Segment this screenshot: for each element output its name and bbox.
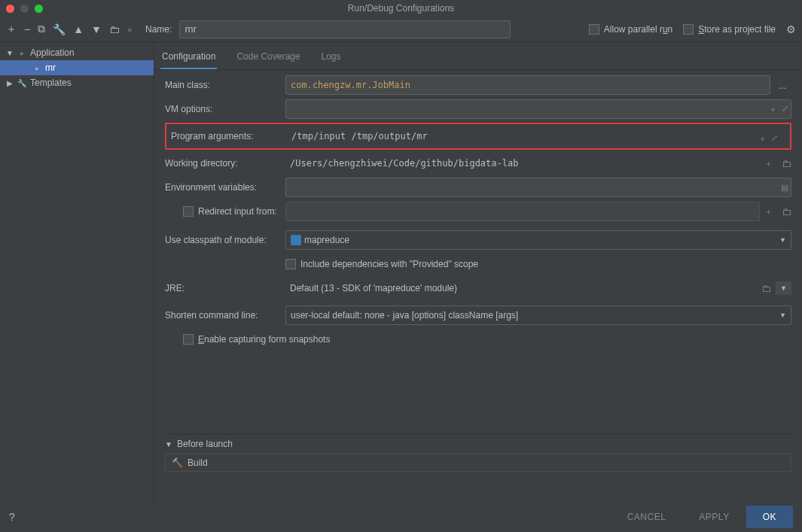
cancel-button[interactable]: CANCEL bbox=[611, 506, 683, 528]
jre-label: JRE: bbox=[165, 283, 285, 293]
chevron-down-icon: ▼ bbox=[779, 236, 786, 244]
vm-options-input[interactable] bbox=[285, 99, 791, 119]
allow-parallel-check[interactable]: Allow parallel run bbox=[589, 24, 672, 35]
toolbar: ＋ − ⧉ 🔧 ▲ ▼ 🗀 » Name: Allow parallel run… bbox=[0, 17, 802, 42]
tabs: Configuration Code Coverage Logs bbox=[154, 42, 802, 70]
minimize-window-icon[interactable] bbox=[20, 5, 29, 13]
folder-icon[interactable]: 🗀 bbox=[109, 23, 120, 35]
application-icon: ▸ bbox=[17, 47, 27, 58]
window-controls bbox=[6, 5, 43, 13]
run-config-icon: ▸ bbox=[32, 62, 42, 73]
more-icon[interactable]: » bbox=[127, 25, 132, 34]
redirect-input-label: Redirect input from: bbox=[165, 206, 285, 217]
program-args-input[interactable] bbox=[287, 126, 787, 146]
row-program-args: Program arguments: bbox=[166, 124, 790, 148]
store-project-check[interactable]: Store as project file bbox=[683, 24, 776, 35]
templates-label: Templates bbox=[30, 78, 72, 88]
expand-icon[interactable]: ⤢ bbox=[771, 133, 778, 144]
folder-open-icon[interactable]: 🗀 bbox=[782, 158, 791, 169]
working-dir-label: Working directory: bbox=[165, 158, 285, 169]
chevron-down-icon[interactable]: ▼ bbox=[165, 440, 172, 448]
snapshots-checkbox[interactable] bbox=[183, 334, 194, 345]
redirect-checkbox[interactable] bbox=[183, 206, 194, 217]
browse-class-button[interactable]: ... bbox=[773, 75, 791, 95]
apply-button[interactable]: APPLY bbox=[682, 506, 746, 528]
plus-icon[interactable]: ＋ bbox=[764, 158, 773, 169]
row-working-dir: Working directory: ＋ 🗀 bbox=[165, 151, 791, 175]
before-launch-header[interactable]: ▼ Before launch bbox=[165, 434, 791, 454]
program-args-label: Program arguments: bbox=[166, 131, 287, 141]
chevron-down-icon: ▼ bbox=[779, 312, 786, 319]
checkbox-icon[interactable] bbox=[589, 24, 599, 35]
tree-config-mr[interactable]: ▸ mr bbox=[0, 60, 154, 75]
main: ▼ ▸ Application ▸ mr ▶ 🔧 Templates Confi… bbox=[0, 42, 802, 502]
tab-configuration[interactable]: Configuration bbox=[160, 47, 217, 69]
down-icon[interactable]: ▼ bbox=[91, 23, 102, 35]
ok-button[interactable]: OK bbox=[746, 506, 793, 528]
tree-application[interactable]: ▼ ▸ Application bbox=[0, 45, 154, 60]
before-launch: ▼ Before launch 🔨 Build bbox=[165, 433, 791, 502]
close-window-icon[interactable] bbox=[6, 5, 14, 13]
main-class-label: Main class: bbox=[165, 80, 285, 90]
expand-icon[interactable]: ⤢ bbox=[782, 104, 788, 115]
shorten-value: user-local default: none - java [options… bbox=[291, 310, 518, 321]
name-input[interactable] bbox=[179, 20, 511, 38]
row-enable-snapshots: Enable capturing form snapshots bbox=[165, 327, 791, 351]
env-vars-input[interactable] bbox=[285, 178, 791, 197]
before-launch-label: Before launch bbox=[177, 439, 233, 449]
name-section: Name: bbox=[145, 20, 581, 38]
env-vars-label: Environment variables: bbox=[165, 182, 285, 193]
classpath-value: mapreduce bbox=[304, 235, 349, 245]
folder-open-icon[interactable]: 🗀 bbox=[761, 283, 771, 294]
chevron-down-icon[interactable]: ▼ bbox=[776, 281, 791, 295]
chevron-down-icon[interactable]: ▼ bbox=[6, 49, 14, 57]
checkbox-icon[interactable] bbox=[683, 24, 694, 35]
working-dir-input[interactable] bbox=[285, 154, 764, 173]
module-icon bbox=[291, 235, 301, 245]
row-vm-options: VM options: ＋ ⤢ bbox=[165, 97, 791, 121]
right-controls: Allow parallel run Store as project file… bbox=[589, 23, 796, 35]
program-args-highlight: Program arguments: bbox=[165, 123, 791, 150]
row-shorten: Shorten command line: user-local default… bbox=[165, 303, 791, 327]
shorten-select[interactable]: user-local default: none - java [options… bbox=[285, 306, 791, 325]
row-jre: JRE: Default (13 - SDK of 'mapreduce' mo… bbox=[165, 276, 791, 300]
config-label: mr bbox=[45, 62, 56, 73]
help-icon[interactable]: ? bbox=[9, 511, 15, 523]
templates-icon: 🔧 bbox=[17, 78, 27, 88]
redirect-input[interactable] bbox=[285, 202, 760, 221]
up-icon[interactable]: ▲ bbox=[73, 23, 84, 35]
copy-icon[interactable]: ⧉ bbox=[38, 23, 45, 35]
remove-icon[interactable]: − bbox=[24, 23, 30, 35]
row-include-deps: Include dependencies with "Provided" sco… bbox=[165, 252, 791, 276]
plus-icon[interactable]: ＋ bbox=[764, 206, 773, 217]
application-label: Application bbox=[30, 47, 75, 58]
jre-select[interactable]: Default (13 - SDK of 'mapreduce' module) bbox=[285, 278, 757, 298]
before-launch-build[interactable]: 🔨 Build bbox=[165, 454, 791, 472]
classpath-select[interactable]: mapreduce ▼ bbox=[285, 230, 791, 250]
plus-icon[interactable]: ＋ bbox=[769, 104, 777, 115]
list-icon[interactable]: ▤ bbox=[781, 183, 788, 193]
window-title: Run/Debug Configurations bbox=[348, 3, 454, 14]
row-classpath: Use classpath of module: mapreduce ▼ bbox=[165, 228, 791, 252]
folder-open-icon[interactable]: 🗀 bbox=[782, 206, 791, 217]
snapshots-label: Enable capturing form snapshots bbox=[198, 334, 330, 345]
gear-icon[interactable]: ⚙ bbox=[786, 23, 796, 35]
enable-snapshots: Enable capturing form snapshots bbox=[165, 334, 330, 345]
config-form: Main class: ... VM options: ＋ ⤢ bbox=[154, 70, 802, 426]
add-icon[interactable]: ＋ bbox=[6, 23, 17, 36]
main-class-input[interactable] bbox=[285, 75, 770, 95]
tab-logs[interactable]: Logs bbox=[319, 47, 342, 69]
row-redirect-input: Redirect input from: ＋ 🗀 bbox=[165, 199, 791, 223]
shorten-label: Shorten command line: bbox=[165, 310, 285, 321]
include-deps-checkbox[interactable] bbox=[285, 259, 296, 269]
toolbar-icons: ＋ − ⧉ 🔧 ▲ ▼ 🗀 » bbox=[6, 23, 132, 36]
wrench-icon[interactable]: 🔧 bbox=[53, 23, 66, 35]
tree-templates[interactable]: ▶ 🔧 Templates bbox=[0, 75, 154, 90]
chevron-right-icon[interactable]: ▶ bbox=[6, 79, 14, 87]
tab-code-coverage[interactable]: Code Coverage bbox=[235, 47, 301, 69]
sidebar: ▼ ▸ Application ▸ mr ▶ 🔧 Templates bbox=[0, 42, 154, 502]
name-label: Name: bbox=[145, 24, 172, 35]
content: Configuration Code Coverage Logs Main cl… bbox=[154, 42, 802, 502]
plus-icon[interactable]: ＋ bbox=[758, 133, 767, 144]
zoom-window-icon[interactable] bbox=[35, 5, 43, 13]
